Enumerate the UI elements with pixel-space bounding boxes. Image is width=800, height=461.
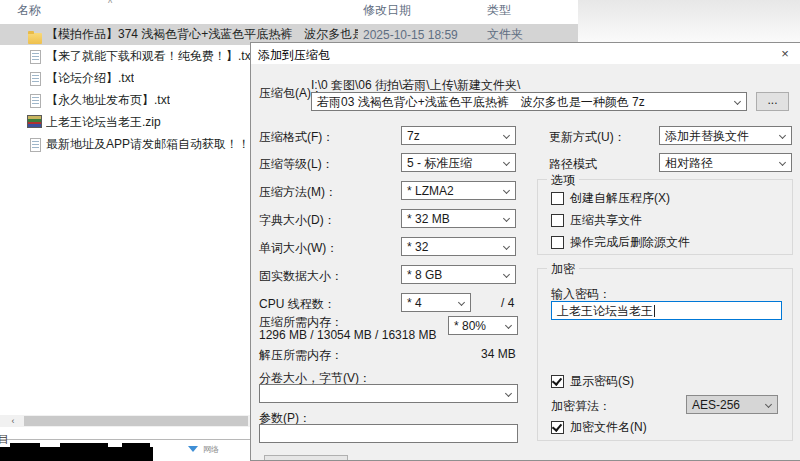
add-to-archive-dialog: 添加到压缩包 × 压缩包(A)： I:\0 套图\06 街拍\若雨\上传\新建文… — [250, 42, 800, 461]
checkbox-box[interactable] — [551, 236, 564, 249]
path-mode-value: 相对路径 — [665, 156, 713, 170]
file-name: 上老王论坛当老王.zip — [46, 114, 161, 131]
password-value: 上老王论坛当老王 — [557, 304, 653, 318]
chevron-down-icon[interactable] — [503, 132, 510, 139]
file-name: 【来了就能下载和观看！纯免费！】.txt — [46, 48, 254, 65]
level-combobox[interactable]: 5 - 标准压缩 — [401, 153, 516, 172]
checkbox-create-sfx[interactable]: 创建自解压程序(X) — [551, 190, 670, 207]
clipped-glyph: 目 — [0, 432, 9, 447]
scroll-left-arrow-icon[interactable]: ‹ — [6, 415, 20, 427]
solid-block-combobox[interactable]: * 8 GB — [401, 265, 516, 284]
encryption-method-combobox[interactable]: AES-256 — [686, 395, 778, 414]
browse-button[interactable]: ... — [756, 92, 789, 111]
text-file-icon — [30, 94, 41, 108]
level-label: 压缩等级(L)： — [259, 156, 334, 173]
encryption-method-value: AES-256 — [692, 398, 740, 412]
chevron-down-icon[interactable] — [765, 401, 772, 408]
memory-decompress-value: 34 MB — [481, 347, 516, 361]
zip-archive-icon — [27, 115, 42, 128]
update-mode-label: 更新方式(U)： — [549, 129, 626, 146]
censored-taskbar-block — [10, 443, 40, 449]
update-mode-value: 添加并替换文件 — [665, 129, 749, 143]
chevron-down-icon[interactable] — [503, 159, 510, 166]
encryption-method-label: 加密算法： — [551, 398, 611, 415]
memory-compress-value: 1296 MB / 13054 MB / 16318 MB — [259, 328, 436, 342]
archive-name-combobox[interactable]: 若雨03 浅褐色背心+浅蓝色平底热裤 波尔多也是一种颜色 7z — [311, 92, 747, 111]
partial-bottom-button[interactable]: 选项 — [264, 455, 348, 461]
checkbox-delete-after[interactable]: 操作完成后删除源文件 — [551, 234, 690, 251]
password-input[interactable]: 上老王论坛当老王 — [551, 301, 782, 320]
screen: 名称 ^ 修改日期 类型 【模拍作品】374 浅褐色背心+浅蓝色平底热裤 波尔多… — [0, 0, 800, 461]
chevron-down-icon[interactable] — [503, 243, 510, 250]
volume-size-combobox[interactable] — [259, 384, 518, 403]
file-name: 【永久地址发布页】.txt — [46, 92, 170, 109]
checkbox-encrypt-filenames[interactable]: 加密文件名(N) — [551, 419, 647, 436]
chevron-down-icon[interactable] — [505, 390, 512, 397]
method-combobox[interactable]: * LZMA2 — [401, 181, 516, 200]
update-mode-combobox[interactable]: 添加并替换文件 — [659, 126, 792, 145]
parameters-input[interactable] — [259, 424, 518, 443]
file-date: 2025-10-15 18:59 — [363, 28, 458, 42]
options-group-title: 选项 — [547, 172, 579, 189]
chevron-down-icon[interactable] — [779, 132, 786, 139]
dialog-title: 添加到压缩包 — [258, 47, 330, 64]
dialog-titlebar[interactable]: 添加到压缩包 × — [251, 43, 800, 64]
checkbox-label: 操作完成后删除源文件 — [570, 234, 690, 251]
checkbox-box[interactable] — [551, 192, 564, 205]
format-value: 7z — [407, 129, 420, 143]
chevron-down-icon[interactable] — [503, 215, 510, 222]
checkbox-label: 创建自解压程序(X) — [570, 190, 670, 207]
word-size-label: 单词大小(W)： — [259, 240, 338, 257]
encryption-group-title: 加密 — [547, 261, 579, 278]
text-file-icon — [30, 50, 41, 64]
level-value: 5 - 标准压缩 — [407, 156, 472, 170]
checkbox-label: 显示密码(S) — [570, 373, 634, 390]
chevron-down-icon[interactable] — [734, 98, 741, 105]
checkbox-box[interactable] — [551, 375, 564, 388]
dictionary-label: 字典大小(D)： — [259, 212, 336, 229]
cpu-threads-label: CPU 线程数： — [259, 296, 336, 313]
cpu-threads-combobox[interactable]: * 4 — [401, 293, 471, 312]
chevron-down-icon[interactable] — [503, 187, 510, 194]
checkbox-box[interactable] — [551, 421, 564, 434]
format-combobox[interactable]: 7z — [401, 126, 516, 145]
method-label: 压缩方法(M)： — [259, 184, 337, 201]
memory-percent-combobox[interactable]: * 80% — [448, 316, 518, 335]
file-type: 文件夹 — [487, 26, 523, 43]
checkbox-shared-files[interactable]: 压缩共享文件 — [551, 212, 642, 229]
censored-taskbar-block — [60, 443, 108, 449]
dictionary-combobox[interactable]: * 32 MB — [401, 209, 516, 228]
checkbox-box[interactable] — [551, 214, 564, 227]
checkbox-label: 压缩共享文件 — [570, 212, 642, 229]
chevron-down-icon[interactable] — [503, 271, 510, 278]
memory-decompress-label: 解压所需内存： — [259, 347, 343, 364]
text-file-icon — [30, 138, 41, 152]
file-name: 最新地址及APP请发邮箱自动获取！！！.txt — [46, 136, 278, 153]
column-header-type[interactable]: 类型 — [487, 0, 511, 20]
cpu-threads-max: / 4 — [501, 296, 514, 310]
cpu-threads-value: * 4 — [407, 296, 422, 310]
censored-taskbar-block — [0, 447, 153, 461]
file-name: 【论坛介绍】.txt — [46, 70, 134, 87]
column-header-name[interactable]: 名称 — [17, 0, 41, 20]
dictionary-value: * 32 MB — [407, 212, 450, 226]
chevron-down-icon[interactable] — [779, 159, 786, 166]
blue-down-arrow-icon[interactable] — [188, 446, 198, 452]
word-size-combobox[interactable]: * 32 — [401, 237, 516, 256]
close-icon[interactable]: × — [777, 46, 793, 62]
tray-label: 网络 — [203, 444, 219, 455]
horizontal-scrollbar[interactable]: ‹ — [0, 415, 250, 427]
text-file-icon — [30, 72, 41, 86]
scrollbar-thumb[interactable] — [24, 416, 248, 426]
word-size-value: * 32 — [407, 240, 428, 254]
memory-percent-value: * 80% — [454, 319, 486, 333]
chevron-down-icon[interactable] — [505, 322, 512, 329]
checkbox-show-password[interactable]: 显示密码(S) — [551, 373, 634, 390]
archive-name-value: 若雨03 浅褐色背心+浅蓝色平底热裤 波尔多也是一种颜色 7z — [317, 95, 645, 109]
column-header-date[interactable]: 修改日期 — [363, 0, 411, 20]
folder-icon — [28, 33, 42, 44]
chevron-down-icon[interactable] — [458, 299, 465, 306]
format-label: 压缩格式(F)： — [259, 129, 334, 146]
solid-block-label: 固实数据大小： — [259, 268, 343, 285]
path-mode-combobox[interactable]: 相对路径 — [659, 153, 792, 172]
